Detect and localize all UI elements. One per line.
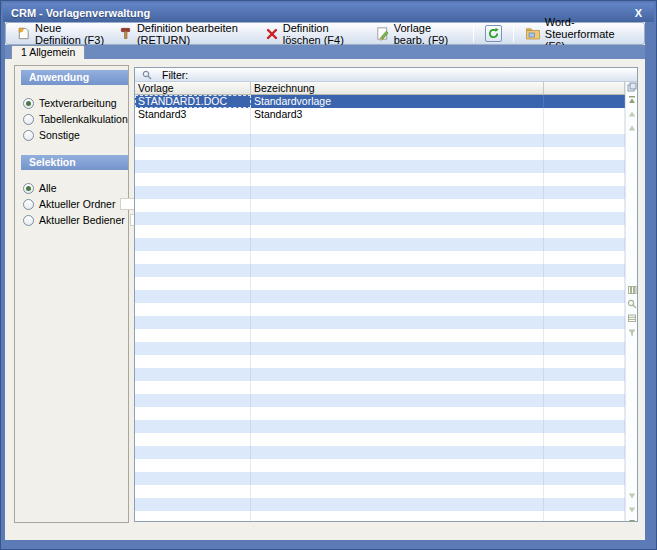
cell-vorlage[interactable] — [135, 381, 251, 394]
table-row-empty[interactable] — [135, 277, 625, 290]
cell-bezeichnung[interactable]: Standardvorlage — [251, 95, 544, 108]
table-row-empty[interactable] — [135, 264, 625, 277]
table-row-empty[interactable] — [135, 186, 625, 199]
radio-icon[interactable] — [23, 199, 34, 210]
cell-vorlage[interactable] — [135, 407, 251, 420]
cell-bezeichnung[interactable] — [251, 329, 544, 342]
table-row-empty[interactable] — [135, 147, 625, 160]
table-row-empty[interactable] — [135, 173, 625, 186]
cell-vorlage[interactable] — [135, 355, 251, 368]
radio-option-aktueller-ordner[interactable]: Aktueller Ordner — [23, 196, 126, 212]
cell-vorlage[interactable] — [135, 303, 251, 316]
cell-extra[interactable] — [544, 147, 625, 160]
cell-bezeichnung[interactable] — [251, 290, 544, 303]
table-row-empty[interactable] — [135, 498, 625, 511]
cell-vorlage[interactable] — [135, 290, 251, 303]
table-row-empty[interactable] — [135, 342, 625, 355]
toolbar-button-edit-template[interactable]: Vorlage bearb. (F9) — [371, 21, 466, 47]
cell-vorlage[interactable] — [135, 173, 251, 186]
cell-vorlage[interactable] — [135, 433, 251, 446]
cell-vorlage[interactable] — [135, 420, 251, 433]
cell-bezeichnung[interactable] — [251, 394, 544, 407]
cell-vorlage[interactable] — [135, 342, 251, 355]
cell-vorlage[interactable] — [135, 238, 251, 251]
cell-vorlage[interactable] — [135, 225, 251, 238]
cell-vorlage[interactable] — [135, 277, 251, 290]
cell-extra[interactable] — [544, 407, 625, 420]
cell-vorlage[interactable] — [135, 329, 251, 342]
filter-bar[interactable]: Filter: — [135, 68, 637, 82]
table-row-empty[interactable] — [135, 316, 625, 329]
table-row-empty[interactable] — [135, 251, 625, 264]
cell-bezeichnung[interactable] — [251, 173, 544, 186]
cell-bezeichnung[interactable] — [251, 368, 544, 381]
cell-bezeichnung[interactable] — [251, 212, 544, 225]
search-icon[interactable] — [627, 299, 637, 309]
table-row-empty[interactable] — [135, 303, 625, 316]
table-row-empty[interactable] — [135, 485, 625, 498]
radio-selected-icon[interactable] — [23, 183, 34, 194]
cell-bezeichnung[interactable] — [251, 147, 544, 160]
cell-extra[interactable] — [544, 238, 625, 251]
cell-bezeichnung[interactable] — [251, 225, 544, 238]
cell-bezeichnung[interactable] — [251, 238, 544, 251]
table-row-empty[interactable] — [135, 238, 625, 251]
cell-extra[interactable] — [544, 173, 625, 186]
table-row-empty[interactable] — [135, 433, 625, 446]
cell-bezeichnung[interactable] — [251, 121, 544, 134]
table-row-empty[interactable] — [135, 394, 625, 407]
down-arrow-icon[interactable] — [627, 505, 637, 515]
column-header-empty[interactable] — [544, 82, 625, 94]
scroll-top-icon[interactable] — [627, 95, 637, 105]
table-row-empty[interactable] — [135, 511, 625, 521]
cell-extra[interactable] — [544, 199, 625, 212]
cell-extra[interactable] — [544, 394, 625, 407]
cell-extra[interactable] — [544, 459, 625, 472]
cell-bezeichnung[interactable] — [251, 342, 544, 355]
table-row-empty[interactable] — [135, 459, 625, 472]
radio-option-textverarbeitung[interactable]: Textverarbeitung — [23, 95, 126, 111]
cell-extra[interactable] — [544, 108, 625, 121]
table-row-empty[interactable] — [135, 290, 625, 303]
scroll-bottom-icon[interactable] — [627, 518, 637, 522]
cell-vorlage[interactable] — [135, 368, 251, 381]
cell-bezeichnung[interactable] — [251, 264, 544, 277]
cell-bezeichnung[interactable] — [251, 303, 544, 316]
table-row-empty[interactable] — [135, 329, 625, 342]
cell-bezeichnung[interactable] — [251, 160, 544, 173]
cell-bezeichnung[interactable] — [251, 511, 544, 521]
cell-extra[interactable] — [544, 277, 625, 290]
cell-extra[interactable] — [544, 329, 625, 342]
toolbar-button-refresh[interactable] — [481, 24, 506, 43]
radio-option-alle[interactable]: Alle — [23, 180, 126, 196]
cell-extra[interactable] — [544, 485, 625, 498]
cards-icon[interactable] — [627, 313, 637, 323]
cell-extra[interactable] — [544, 160, 625, 173]
cell-extra[interactable] — [544, 303, 625, 316]
cell-extra[interactable] — [544, 121, 625, 134]
cell-extra[interactable] — [544, 290, 625, 303]
cell-extra[interactable] — [544, 368, 625, 381]
cell-bezeichnung[interactable] — [251, 186, 544, 199]
cell-vorlage[interactable] — [135, 459, 251, 472]
table-row-empty[interactable] — [135, 368, 625, 381]
cell-extra[interactable] — [544, 264, 625, 277]
table-row-empty[interactable] — [135, 472, 625, 485]
cell-extra[interactable] — [544, 420, 625, 433]
cell-extra[interactable] — [544, 355, 625, 368]
radio-option-tabellenkalkulation[interactable]: Tabellenkalkulation — [23, 111, 126, 127]
filter-icon[interactable] — [627, 328, 637, 338]
cell-bezeichnung[interactable] — [251, 199, 544, 212]
table-row-empty[interactable] — [135, 420, 625, 433]
table-row-empty[interactable] — [135, 134, 625, 147]
table-row-empty[interactable] — [135, 225, 625, 238]
table-row-empty[interactable] — [135, 199, 625, 212]
cell-vorlage[interactable] — [135, 264, 251, 277]
cell-vorlage[interactable] — [135, 160, 251, 173]
radio-icon[interactable] — [23, 130, 34, 141]
cell-vorlage[interactable] — [135, 147, 251, 160]
table-row[interactable]: STANDARD1.DOCStandardvorlage — [135, 95, 625, 108]
cell-extra[interactable] — [544, 225, 625, 238]
cell-vorlage[interactable] — [135, 251, 251, 264]
cell-extra[interactable] — [544, 342, 625, 355]
